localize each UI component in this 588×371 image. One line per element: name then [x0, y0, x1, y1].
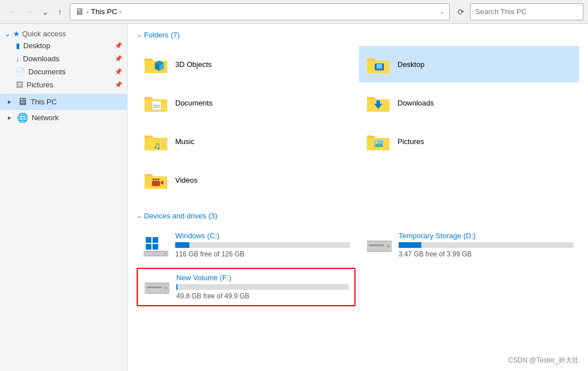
svg-rect-44	[369, 244, 384, 246]
folders-grid: 3D Objects Desktop	[137, 46, 579, 198]
devices-section-label: Devices and drives (3)	[144, 212, 217, 220]
content-area: ⌄ Folders (7) 3D Objects	[128, 24, 588, 371]
folder-pictures-label: Pictures	[397, 137, 424, 146]
drive-item-d[interactable]: Temporary Storage (D:) 3.47 GB free of 3…	[360, 227, 579, 263]
drive-d-bar-fill	[399, 242, 421, 248]
drive-f-icon	[143, 273, 171, 301]
sidebar-item-desktop[interactable]: ▮ Desktop 📌	[0, 39, 127, 52]
address-separator2: ›	[120, 7, 122, 16]
drive-f-info: New Volume (F:) 49.8 GB free of 49.9 GB	[176, 273, 349, 300]
pc-icon: 🖥	[75, 7, 84, 17]
sidebar-documents-label: Documents	[28, 68, 66, 76]
folder-videos-icon	[142, 166, 170, 193]
drive-f-bar-bg	[176, 284, 349, 290]
back-button[interactable]: ←	[5, 5, 19, 19]
folder-videos-label: Videos	[175, 176, 198, 184]
folder-item-3d-objects[interactable]: 3D Objects	[137, 46, 357, 82]
folder-downloads-icon	[365, 89, 392, 116]
folder-item-pictures[interactable]: Pictures	[359, 123, 579, 159]
drive-c-bar-bg	[175, 242, 350, 248]
recent-button[interactable]: ⌄	[39, 5, 52, 19]
drive-d-bar-bg	[399, 242, 573, 248]
folder-item-downloads[interactable]: Downloads	[359, 85, 579, 121]
drive-item-c[interactable]: Windows (C:) 116 GB free of 126 GB	[137, 227, 356, 263]
sidebar-item-this-pc[interactable]: ► 🖥 This PC	[0, 94, 127, 110]
drives-grid: Windows (C:) 116 GB free of 126 GB	[137, 227, 579, 306]
svg-rect-31	[154, 180, 155, 181]
folder-pictures-icon	[365, 128, 392, 155]
main-layout: ⌄ ★ Quick access ▮ Desktop 📌 ↓ Downloads…	[0, 24, 588, 371]
network-icon: 🌐	[17, 112, 28, 123]
chevron-down-icon: ⌄	[5, 29, 11, 38]
this-pc-label: This PC	[31, 98, 57, 106]
svg-rect-37	[153, 244, 158, 250]
svg-rect-8	[377, 64, 382, 69]
drive-f-space: 49.8 GB free of 49.9 GB	[176, 292, 349, 300]
forward-button[interactable]: →	[22, 5, 36, 19]
svg-point-25	[375, 141, 378, 144]
expand-icon: ►	[7, 99, 12, 105]
pictures-icon: 🖼	[16, 81, 23, 89]
svg-rect-28	[152, 179, 160, 186]
drive-d-icon	[366, 231, 393, 259]
folder-3d-icon	[142, 50, 170, 78]
sidebar-quick-access-header[interactable]: ⌄ ★ Quick access	[0, 26, 127, 39]
folder-documents-icon: A	[142, 89, 170, 116]
desktop-icon: ▮	[16, 41, 20, 50]
sidebar-item-pictures[interactable]: 🖼 Pictures 📌	[0, 78, 127, 91]
svg-text:♫: ♫	[153, 140, 161, 151]
svg-text:A: A	[153, 103, 156, 107]
up-button[interactable]: ↑	[54, 5, 65, 19]
devices-section-header[interactable]: ⌄ Devices and drives (3)	[137, 212, 579, 220]
refresh-button[interactable]: ⟳	[454, 5, 468, 19]
folder-3d-label: 3D Objects	[175, 60, 211, 69]
drive-f-name: New Volume (F:)	[176, 273, 349, 282]
expand-icon2: ►	[7, 115, 12, 121]
sidebar-item-downloads[interactable]: ↓ Downloads 📌	[0, 52, 127, 65]
drive-d-space: 3.47 GB free of 3.99 GB	[399, 250, 573, 258]
drive-c-bar-fill	[175, 242, 189, 248]
folder-downloads-label: Downloads	[397, 99, 434, 107]
svg-rect-34	[146, 237, 151, 243]
address-separator: ›	[86, 7, 88, 16]
search-input[interactable]	[470, 3, 583, 20]
svg-point-43	[387, 245, 390, 248]
folder-documents-label: Documents	[175, 99, 213, 107]
drive-c-space: 116 GB free of 126 GB	[175, 250, 350, 258]
svg-rect-30	[152, 180, 153, 181]
svg-point-47	[165, 287, 168, 290]
drive-f-bar-fill	[176, 284, 177, 290]
folder-desktop-icon	[365, 50, 392, 78]
svg-rect-48	[147, 286, 162, 288]
folder-item-documents[interactable]: A Documents	[137, 85, 357, 121]
address-bar[interactable]: 🖥 › This PC › ⌄	[70, 3, 450, 20]
collapse-arrow-icon: ⌄	[137, 31, 142, 39]
this-pc-icon: 🖥	[17, 96, 27, 108]
sidebar-pictures-label: Pictures	[27, 81, 53, 89]
folder-item-desktop[interactable]: Desktop	[359, 46, 579, 82]
sidebar: ⌄ ★ Quick access ▮ Desktop 📌 ↓ Downloads…	[0, 24, 128, 371]
folder-item-videos[interactable]: Videos	[137, 162, 357, 198]
sidebar-item-network[interactable]: ► 🌐 Network	[0, 110, 127, 125]
drive-c-name: Windows (C:)	[175, 231, 350, 240]
drive-item-f[interactable]: New Volume (F:) 49.8 GB free of 49.9 GB	[137, 268, 356, 306]
address-dropdown-icon[interactable]: ⌄	[439, 8, 445, 15]
pin-icon2: 📌	[115, 55, 122, 62]
svg-point-40	[164, 252, 166, 255]
sidebar-downloads-label: Downloads	[23, 54, 60, 63]
folder-item-music[interactable]: ♫ Music	[137, 123, 357, 159]
svg-rect-36	[146, 244, 151, 250]
quick-access-icon: ★	[13, 29, 20, 38]
folder-music-icon: ♫	[142, 128, 170, 155]
pin-icon3: 📌	[115, 68, 122, 75]
drive-c-icon	[142, 231, 170, 259]
sidebar-item-documents[interactable]: 📄 Documents 📌	[0, 65, 127, 78]
quick-access-label: Quick access	[22, 29, 66, 38]
address-text: This PC	[91, 7, 117, 16]
drive-d-name: Temporary Storage (D:)	[399, 231, 573, 240]
folders-section-header[interactable]: ⌄ Folders (7)	[137, 31, 579, 39]
drive-c-info: Windows (C:) 116 GB free of 126 GB	[175, 231, 350, 258]
pin-icon4: 📌	[115, 81, 122, 88]
toolbar: ← → ⌄ ↑ 🖥 › This PC › ⌄ ⟳	[0, 0, 588, 24]
svg-rect-32	[156, 180, 158, 181]
